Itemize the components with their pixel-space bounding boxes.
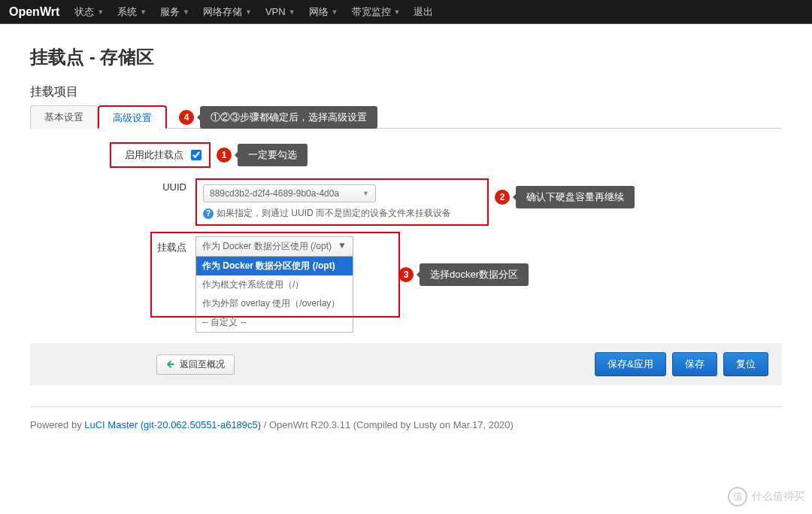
annotation-step3: 选择docker数据分区 [420, 263, 529, 286]
info-icon: ? [203, 208, 214, 219]
nav-services[interactable]: 服务▼ [160, 5, 189, 19]
annotation-badge-1: 1 [217, 148, 232, 163]
annotation-badge-2: 2 [495, 190, 510, 205]
annotation-badge-4: 4 [179, 110, 194, 125]
tab-bar: 基本设置 高级设置 [30, 105, 782, 129]
mount-label: 挂载点 [30, 236, 195, 254]
mount-select-open[interactable]: 作为 Docker 数据分区使用 (/opt)▼ 作为 Docker 数据分区使… [195, 236, 353, 333]
annotation-badge-3: 3 [398, 267, 414, 282]
save-button[interactable]: 保存 [672, 352, 717, 376]
tab-basic[interactable]: 基本设置 [30, 105, 98, 129]
footer-luci-link[interactable]: LuCI Master (git-20.062.50551-a6189c5) [84, 419, 261, 430]
nav-logout[interactable]: 退出 [414, 5, 433, 19]
annotation-step4: ①②③步骤都确定后，选择高级设置 [200, 106, 377, 129]
annotation-step1: 一定要勾选 [238, 144, 308, 166]
footer: Powered by LuCI Master (git-20.062.50551… [30, 406, 782, 430]
mount-option-custom[interactable]: -- 自定义 -- [196, 313, 353, 332]
nav-system[interactable]: 系统▼ [117, 5, 147, 19]
brand-logo[interactable]: OpenWrt [9, 5, 59, 19]
section-legend: 挂载项目 [30, 84, 782, 100]
enable-checkbox[interactable] [191, 150, 201, 160]
tab-advanced[interactable]: 高级设置 [98, 105, 167, 129]
back-button[interactable]: 返回至概况 [156, 354, 235, 375]
mount-option-overlay[interactable]: 作为外部 overlay 使用（/overlay） [196, 294, 353, 313]
nav-nas[interactable]: 网络存储▼ [203, 5, 252, 19]
nav-bandwidth[interactable]: 带宽监控▼ [352, 5, 401, 19]
enable-label: 启用此挂载点 [119, 148, 191, 162]
uuid-hint: ? 如果指定，则通过 UUID 而不是固定的设备文件来挂载设备 [203, 207, 481, 220]
annotation-step2: 确认下硬盘容量再继续 [516, 186, 635, 208]
uuid-label: UUID [30, 178, 195, 193]
nav-network[interactable]: 网络▼ [309, 5, 338, 19]
uuid-select[interactable]: 889cd3b2-d2f4-4689-9b0a-4d0a▼ [203, 184, 376, 202]
save-apply-button[interactable]: 保存&应用 [595, 352, 666, 376]
mount-option-docker[interactable]: 作为 Docker 数据分区使用 (/opt) [196, 257, 353, 275]
nav-vpn[interactable]: VPN▼ [265, 6, 295, 17]
mount-option-root[interactable]: 作为根文件系统使用（/） [196, 275, 353, 294]
back-arrow-icon [166, 360, 175, 369]
action-bar: 返回至概况 保存&应用 保存 复位 [30, 343, 782, 385]
top-navbar: OpenWrt 状态▼ 系统▼ 服务▼ 网络存储▼ VPN▼ 网络▼ 带宽监控▼… [0, 0, 812, 24]
page-title: 挂载点 - 存储区 [30, 45, 782, 69]
nav-status[interactable]: 状态▼ [74, 5, 104, 19]
reset-button[interactable]: 复位 [723, 352, 768, 376]
